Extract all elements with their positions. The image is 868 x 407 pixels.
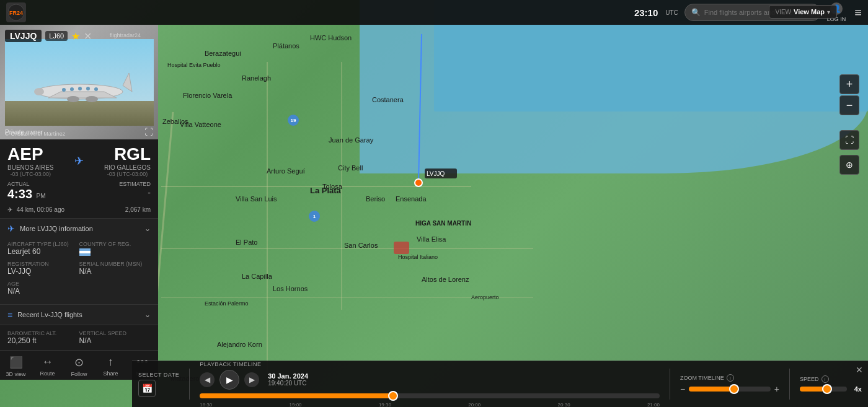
logo-area: FR24 <box>6 2 26 22</box>
more-info-section: ✈ More LVJJQ information ⌄ AIRCRAFT TYPE… <box>0 219 158 305</box>
plane-direction-icon: ✈ <box>74 154 84 168</box>
zoom-label-row: ZOOM TIMELINE i <box>680 374 779 382</box>
close-panel-button[interactable]: ✕ <box>84 30 92 42</box>
speed-value: 4x <box>854 385 862 393</box>
toolbar-follow-label: Follow <box>71 371 87 377</box>
vspeed-label: VERTICAL SPEED <box>79 330 151 336</box>
recent-flights-label: Recent Lv-JJQ flights <box>17 311 82 318</box>
calendar-button[interactable]: 📅 <box>138 380 156 397</box>
timeline-date: 30 Jan. 2024 <box>268 372 308 380</box>
aircraft-type-cell: AIRCRAFT TYPE (LJ60) Learjet 60 <box>7 239 79 258</box>
menu-button[interactable]: ≡ <box>854 6 862 19</box>
svg-point-14 <box>78 87 82 90</box>
zoom-out-button[interactable]: − <box>839 95 859 115</box>
stat-distance: ✈ 44 km, 00:06 ago <box>7 206 64 213</box>
svg-point-16 <box>94 87 98 91</box>
baro-section: BAROMETRIC ALT. 20,250 ft VERTICAL SPEED… <box>0 325 158 350</box>
registration-value: LV-JJQ <box>7 267 79 276</box>
map-label-btn: View Map <box>794 8 825 15</box>
svg-point-13 <box>70 87 74 91</box>
country-flag <box>79 247 151 256</box>
recent-flights-header[interactable]: ≡ Recent Lv-JJQ flights ⌄ <box>0 305 158 325</box>
skip-forward-button[interactable]: ▶ <box>244 372 259 387</box>
fullscreen-button[interactable]: ⛶ <box>839 130 859 150</box>
actual-section: ACTUAL 4:33 PM <box>7 181 45 201</box>
country-label: COUNTRY OF REG. <box>79 241 151 247</box>
skip-back-button[interactable]: ◀ <box>200 372 215 387</box>
svg-marker-9 <box>48 92 117 98</box>
toolbar-follow[interactable]: ⊙ Follow <box>63 356 95 377</box>
view-map-button[interactable]: VIEW View Map ▾ <box>769 5 838 19</box>
zoom-fill <box>689 387 733 392</box>
vspeed-value: N/A <box>79 336 151 345</box>
svg-point-12 <box>62 88 66 92</box>
svg-point-17 <box>67 96 79 102</box>
svg-rect-7 <box>5 101 154 126</box>
estimated-section: ESTIMATED - <box>119 181 151 198</box>
fullscreen-photo-button[interactable]: ⛶ <box>144 127 153 137</box>
estimated-label: ESTIMATED <box>119 181 151 187</box>
argentina-flag <box>79 248 91 256</box>
baro-row: BAROMETRIC ALT. 20,250 ft VERTICAL SPEED… <box>7 330 151 345</box>
timeline-time: 19:40:20 UTC <box>268 380 308 387</box>
route-icon: ↔ <box>42 356 53 369</box>
info-grid: AIRCRAFT TYPE (LJ60) Learjet 60 COUNTRY … <box>0 239 158 304</box>
chevron-down-icon: ▾ <box>827 9 830 15</box>
speed-label-row: SPEED i <box>800 375 862 383</box>
speed-thumb[interactable] <box>822 384 832 394</box>
stat-time: 44 km, 00:06 ago <box>17 206 64 213</box>
zoom-timeline-section: ZOOM TIMELINE i − + <box>680 374 779 394</box>
svg-point-11 <box>34 88 44 95</box>
playback-controls: ◀ ▶ ▶ 30 Jan. 2024 19:40:20 UTC <box>200 370 660 390</box>
playback-bar: ✕ SELECT DATE 📅 PLAYBACK TIMELINE ◀ ▶ ▶ … <box>132 361 868 407</box>
share-icon: ↑ <box>108 356 113 369</box>
svg-text:FR24: FR24 <box>9 10 23 16</box>
zoom-in-button[interactable]: + <box>839 74 859 94</box>
timeline-fill <box>200 393 393 398</box>
time-mark-3: 19:30 <box>379 402 391 408</box>
time-mark-6: 21:00 <box>647 402 660 408</box>
more-info-header-left: ✈ More LVJJQ information <box>7 224 93 234</box>
favorite-button[interactable]: ★ <box>71 30 80 42</box>
playback-close-button[interactable]: ✕ <box>856 365 863 375</box>
departure-time: 4:33 <box>7 187 32 201</box>
speed-track[interactable] <box>800 387 847 392</box>
map-marker: 1 <box>309 211 320 222</box>
zoom-thumb[interactable] <box>729 384 739 394</box>
baro-label: BAROMETRIC ALT. <box>7 330 79 336</box>
more-info-header[interactable]: ✈ More LVJJQ information ⌄ <box>0 219 158 239</box>
aircraft-type-value: Learjet 60 <box>7 247 79 256</box>
zoom-track[interactable] <box>689 387 771 392</box>
timeline-thumb[interactable] <box>388 391 398 401</box>
timeline-track[interactable] <box>200 393 660 398</box>
chevron-down-icon: ⌄ <box>144 224 151 233</box>
map-marker: 19 <box>288 115 299 126</box>
select-date-control: 📅 <box>138 380 179 397</box>
divider-2 <box>670 369 670 400</box>
flight-id-badge: LVJJQ <box>5 30 42 42</box>
age-cell: AGE N/A <box>7 278 79 298</box>
aircraft-type-label: AIRCRAFT TYPE (LJ60) <box>7 241 79 247</box>
age-label: AGE <box>7 281 79 287</box>
toolbar-share[interactable]: ↑ Share <box>95 356 126 377</box>
serial-label: SERIAL NUMBER (MSN) <box>79 261 151 267</box>
toolbar-share-label: Share <box>103 370 118 377</box>
toolbar-3d-view[interactable]: ⬛ 3D view <box>0 356 32 377</box>
destination-info: RGL RIO GALLEGOS -03 (UTC-03:00) <box>104 144 151 177</box>
origin-code: AEP <box>7 144 53 164</box>
follow-icon: ⊙ <box>74 356 84 369</box>
logo-icon: FR24 <box>6 2 26 22</box>
compass-button[interactable]: ⊕ <box>839 155 859 175</box>
zoom-minus-button[interactable]: − <box>680 384 685 394</box>
toolbar-route[interactable]: ↔ Route <box>32 356 63 377</box>
recent-flights-section: ≡ Recent Lv-JJQ flights ⌄ <box>0 305 158 325</box>
age-value: N/A <box>7 287 79 295</box>
play-button[interactable]: ▶ <box>219 370 239 390</box>
zoom-plus-button[interactable]: + <box>774 384 779 394</box>
time-utc: UTC <box>665 9 678 16</box>
svg-point-15 <box>86 87 90 90</box>
divider-3 <box>789 369 790 400</box>
view-label: VIEW <box>776 9 792 15</box>
header: FR24 23:10 UTC 🔍 / 👤 LOG IN ≡ <box>0 0 868 25</box>
recent-icon: ≡ <box>7 310 12 320</box>
